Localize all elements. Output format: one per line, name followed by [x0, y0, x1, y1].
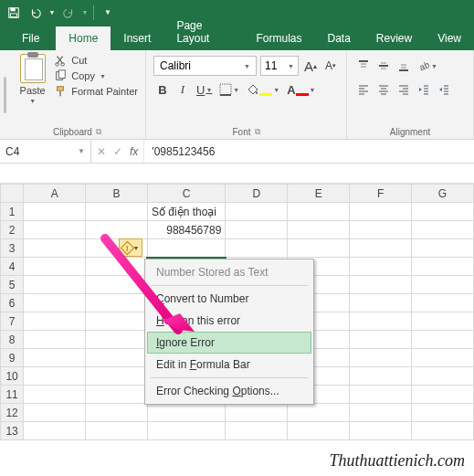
cell[interactable] — [226, 404, 288, 422]
italic-button[interactable]: I — [174, 79, 192, 100]
row-header[interactable]: 13 — [1, 422, 24, 440]
cell[interactable] — [24, 422, 86, 440]
align-right-button[interactable] — [395, 79, 413, 100]
clipboard-launcher-icon[interactable]: ⧉ — [96, 127, 101, 137]
cell[interactable] — [24, 312, 86, 331]
cell[interactable] — [24, 294, 86, 312]
cell[interactable] — [24, 203, 86, 221]
cell[interactable] — [24, 367, 86, 386]
row-header[interactable]: 4 — [1, 258, 24, 276]
border-button[interactable]: ▼ — [216, 79, 242, 100]
cell[interactable] — [226, 239, 288, 258]
cell[interactable] — [350, 239, 412, 258]
row-header[interactable]: 10 — [1, 367, 24, 386]
tab-view[interactable]: View — [425, 26, 474, 50]
shrink-font-button[interactable]: A▾ — [322, 56, 339, 76]
cell[interactable] — [411, 276, 473, 294]
menu-edit-in-formula-bar[interactable]: Edit in Formula Bar — [147, 354, 311, 376]
cell[interactable] — [350, 203, 412, 221]
cell[interactable] — [226, 422, 288, 440]
cell[interactable] — [411, 221, 473, 239]
cell[interactable] — [24, 221, 86, 239]
cell[interactable] — [24, 386, 86, 404]
cell[interactable] — [288, 422, 350, 440]
cell[interactable] — [411, 294, 473, 312]
row-header[interactable]: 1 — [1, 203, 24, 221]
decrease-indent-button[interactable] — [415, 79, 433, 100]
cell[interactable] — [288, 203, 350, 221]
cell[interactable] — [86, 276, 148, 294]
tab-review[interactable]: Review — [363, 26, 425, 50]
cell[interactable] — [350, 386, 412, 404]
cut-button[interactable]: Cut — [54, 54, 138, 67]
tab-file[interactable]: File — [5, 26, 56, 50]
format-painter-button[interactable]: Format Painter — [54, 85, 138, 98]
cell[interactable] — [24, 349, 86, 367]
font-color-button[interactable]: A▼ — [284, 79, 318, 100]
select-all-corner[interactable] — [1, 185, 24, 203]
redo-dropdown-icon[interactable]: ▼ — [80, 3, 90, 23]
cell[interactable] — [86, 386, 148, 404]
cell[interactable] — [350, 312, 412, 331]
cell[interactable]: Số điện thoại — [147, 203, 225, 221]
cell[interactable] — [288, 221, 350, 239]
cell[interactable] — [86, 294, 148, 312]
cell[interactable]: 988456789 — [147, 221, 225, 239]
fill-color-button[interactable]: ▼ — [244, 79, 282, 100]
cell[interactable] — [350, 258, 412, 276]
orientation-button[interactable]: ab▼ — [415, 56, 440, 76]
paste-button[interactable]: Paste ▼ — [16, 54, 48, 125]
worksheet-grid[interactable]: A B C D E F G 1Số điện thoại 2988456789 … — [0, 184, 474, 440]
cell[interactable] — [350, 367, 412, 386]
font-size-select[interactable]: 11▼ — [260, 56, 299, 76]
error-smart-tag-button[interactable]: ▼ — [119, 238, 142, 257]
cell[interactable] — [86, 349, 148, 367]
accept-formula-icon[interactable]: ✓ — [113, 145, 122, 158]
col-header-B[interactable]: B — [86, 185, 148, 203]
cell[interactable] — [350, 294, 412, 312]
col-header-C[interactable]: C — [147, 185, 225, 203]
cell[interactable] — [226, 221, 288, 239]
underline-button[interactable]: U▼ — [194, 79, 215, 100]
cell[interactable] — [411, 258, 473, 276]
save-icon[interactable] — [4, 3, 24, 23]
cell[interactable] — [86, 221, 148, 239]
tab-insert[interactable]: Insert — [111, 26, 163, 50]
align-top-button[interactable] — [354, 56, 373, 76]
cell[interactable] — [86, 422, 148, 440]
cell[interactable] — [411, 404, 473, 422]
cell[interactable] — [411, 367, 473, 386]
cell[interactable] — [411, 312, 473, 331]
fx-icon[interactable]: fx — [130, 145, 138, 158]
align-middle-button[interactable] — [374, 56, 393, 76]
font-name-select[interactable]: Calibri▼ — [153, 56, 257, 76]
menu-error-checking-options[interactable]: Error Checking Options... — [147, 380, 311, 402]
cell[interactable] — [350, 276, 412, 294]
customize-qat-icon[interactable]: ▼ — [98, 3, 118, 23]
cell[interactable] — [411, 239, 473, 258]
formula-bar[interactable]: '0985123456 — [144, 140, 474, 163]
menu-convert-to-number[interactable]: Convert to Number — [147, 288, 311, 310]
cell[interactable] — [350, 331, 412, 349]
cell[interactable] — [86, 404, 148, 422]
tab-page-layout[interactable]: Page Layout — [163, 14, 243, 50]
row-header[interactable]: 7 — [1, 312, 24, 331]
row-header[interactable]: 5 — [1, 276, 24, 294]
row-header[interactable]: 6 — [1, 294, 24, 312]
row-header[interactable]: 3 — [1, 239, 24, 258]
increase-indent-button[interactable] — [435, 79, 453, 100]
cell[interactable] — [86, 258, 148, 276]
col-header-F[interactable]: F — [350, 185, 412, 203]
align-left-button[interactable] — [354, 79, 373, 100]
tab-formulas[interactable]: Formulas — [243, 26, 314, 50]
col-header-A[interactable]: A — [24, 185, 86, 203]
row-header[interactable]: 8 — [1, 331, 24, 349]
cell[interactable] — [411, 422, 473, 440]
name-box[interactable]: C4▼ — [0, 140, 91, 163]
menu-ignore-error[interactable]: Ignore Error — [147, 332, 311, 354]
cell[interactable] — [86, 331, 148, 349]
cell[interactable] — [24, 258, 86, 276]
cancel-formula-icon[interactable]: ✕ — [97, 145, 106, 158]
cell[interactable] — [147, 404, 225, 422]
cell[interactable] — [24, 331, 86, 349]
